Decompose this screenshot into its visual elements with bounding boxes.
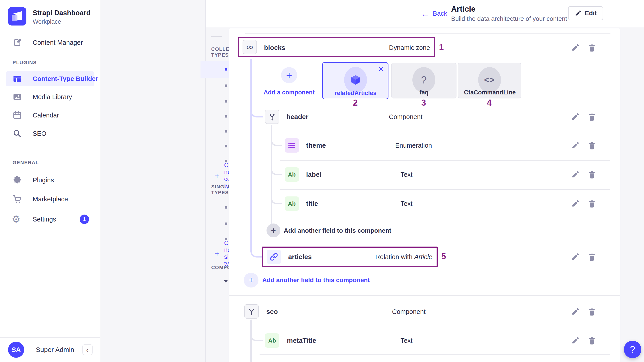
page-title: Article (451, 4, 476, 14)
seo-icon (12, 129, 22, 138)
content-type-builder-panel: Content-Type Builder COLLECTION TYPES 7 … (100, 0, 206, 362)
field-name-theme[interactable]: theme (306, 142, 326, 149)
page-header: ← Back Article Build the data architectu… (206, 0, 644, 27)
component-card-label: relatedArticles (334, 90, 376, 97)
blocks-group-row[interactable] (224, 280, 228, 284)
text-field-icon: Ab (285, 196, 299, 211)
add-component-circle[interactable]: + (281, 67, 297, 83)
sidebar-item-content-type-builder-label[interactable]: Content-Type Builder (33, 75, 98, 82)
field-name-metatitle[interactable]: metaTitle (287, 337, 316, 344)
delete-field-icon[interactable] (588, 199, 596, 208)
workspace-title: Strapi Dashboard (33, 9, 90, 17)
field-name-header[interactable]: header (286, 113, 308, 120)
back-link[interactable]: ← Back (421, 10, 447, 17)
component-field-icon (265, 110, 279, 124)
close-icon[interactable]: ✕ (378, 65, 384, 73)
delete-field-icon[interactable] (588, 252, 596, 261)
delete-field-icon[interactable] (588, 336, 596, 345)
annotation-number-4: 4 (487, 98, 492, 108)
component-card-label: CtaCommandLine (464, 89, 516, 96)
tree-line-seo-component (250, 320, 252, 362)
field-type-seo: Component (392, 308, 426, 316)
component-card-relatedarticles[interactable]: ✕ relatedArticles (322, 62, 388, 99)
sidebar-item-calendar[interactable]: Calendar (33, 112, 59, 119)
row-actions (571, 199, 596, 208)
delete-field-icon[interactable] (588, 112, 596, 121)
edit-button[interactable]: Edit (568, 6, 603, 20)
general-section-header: GENERAL (12, 160, 39, 166)
content-manager-icon (12, 38, 22, 47)
single-types-label: SINGLE TYPES (211, 184, 231, 196)
sidebar-item-media-library[interactable]: Media Library (33, 93, 72, 101)
delete-field-icon[interactable] (588, 308, 596, 316)
edit-field-icon[interactable] (571, 199, 580, 208)
strapi-logo[interactable] (8, 7, 26, 26)
text-field-icon: Ab (265, 333, 279, 348)
field-type-articles: Relation with Article (375, 253, 432, 261)
settings-notification-badge: 1 (80, 214, 89, 224)
field-type-label: Text (400, 171, 412, 178)
row-actions (571, 308, 596, 316)
component-icon-bg (344, 67, 367, 93)
edit-field-icon[interactable] (571, 112, 580, 121)
annotation-number-5: 5 (441, 252, 446, 261)
page-subtitle: Build the data architecture of your cont… (451, 15, 567, 22)
strapi-dashboard-window: Strapi Dashboard Workplace Content Manag… (0, 0, 644, 362)
add-field-outer-label[interactable]: Add another field to this component (262, 276, 370, 284)
field-type-metatitle: Text (400, 337, 412, 344)
component-card-faq[interactable]: ? faq (391, 63, 456, 98)
row-actions (571, 44, 596, 52)
bullet-icon (225, 68, 227, 71)
row-actions (571, 141, 596, 150)
component-branch-icon (268, 112, 276, 121)
link-icon (270, 252, 278, 261)
edit-field-icon[interactable] (571, 336, 580, 345)
edit-field-icon[interactable] (571, 252, 580, 261)
sidebar-item-marketplace[interactable]: Marketplace (33, 196, 68, 203)
field-name-articles[interactable]: articles (288, 253, 312, 261)
bullet-icon (225, 130, 227, 133)
sidebar-item-settings[interactable]: Settings (33, 216, 56, 223)
list-icon (287, 141, 296, 150)
avatar[interactable]: SA (8, 342, 24, 358)
edit-field-icon[interactable] (571, 44, 580, 52)
collapse-sidebar-button[interactable]: ‹ (82, 344, 93, 355)
help-button[interactable]: ? (624, 341, 641, 358)
field-type-blocks: Dynamic zone (389, 44, 430, 52)
component-icon-bg: ? (412, 67, 435, 93)
question-mark-icon: ? (421, 74, 427, 86)
field-type-title: Text (400, 200, 412, 208)
sidebar-item-seo[interactable]: SEO (33, 130, 46, 137)
delete-field-icon[interactable] (588, 44, 596, 52)
delete-field-icon[interactable] (588, 141, 596, 150)
field-name-title[interactable]: title (306, 200, 318, 208)
field-name-seo[interactable]: seo (266, 308, 278, 316)
edit-field-icon[interactable] (571, 308, 580, 316)
delete-field-icon[interactable] (588, 170, 596, 179)
add-field-outer-circle[interactable]: + (244, 273, 258, 288)
tree-bend-metatitle (250, 329, 263, 341)
field-name-blocks[interactable]: blocks (264, 44, 285, 52)
row-actions (571, 252, 596, 261)
sidebar-item-content-manager[interactable]: Content Manager (33, 39, 83, 46)
content-type-builder-icon (12, 74, 22, 84)
field-type-header: Component (389, 113, 422, 120)
annotation-number-1: 1 (439, 42, 444, 52)
component-card-ctacommandline[interactable]: <> CtaCommandLine (458, 63, 522, 98)
user-name[interactable]: Super Admin (36, 346, 74, 354)
code-icon: <> (484, 75, 495, 85)
edit-field-icon[interactable] (571, 141, 580, 150)
sidebar-footer-divider (0, 338, 100, 338)
edit-field-icon[interactable] (571, 170, 580, 179)
add-field-inner-circle[interactable]: + (266, 224, 280, 238)
add-component-label[interactable]: Add a component (264, 89, 314, 96)
plugins-icon (12, 176, 22, 185)
component-branch-icon (247, 307, 256, 316)
sidebar-item-plugins[interactable]: Plugins (33, 176, 54, 184)
tree-line-dynamic-zone (250, 58, 252, 252)
gear-icon: ⚙ (12, 214, 20, 224)
field-name-label[interactable]: label (306, 171, 321, 178)
add-field-inner-label[interactable]: Add another field to this component (284, 227, 391, 234)
row-actions (571, 170, 596, 179)
tree-bend-label (271, 163, 282, 175)
